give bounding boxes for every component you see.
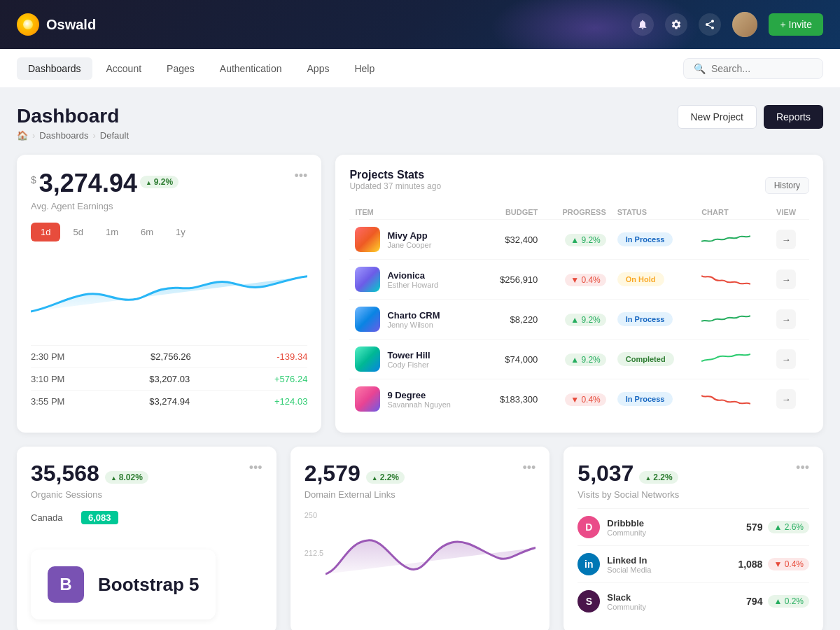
main-grid-row1: $ 3,274.94 9.2% Avg. Agent Earnings ••• … bbox=[17, 155, 823, 433]
social-info: Slack Community bbox=[607, 592, 646, 611]
project-budget: $183,300 bbox=[482, 379, 543, 419]
view-button[interactable]: → bbox=[776, 389, 796, 409]
project-icon bbox=[355, 267, 380, 292]
social-right: 579 ▲ 2.6% bbox=[746, 521, 809, 533]
view-button[interactable]: → bbox=[776, 349, 796, 369]
logo-text: Oswald bbox=[46, 17, 96, 33]
menubar: Dashboards Account Pages Authentication … bbox=[0, 49, 840, 88]
social-icon: S bbox=[578, 590, 600, 612]
avatar[interactable] bbox=[732, 12, 757, 37]
social-list: D Dribbble Community 579 ▲ 2.6% in Linke… bbox=[578, 508, 809, 620]
social-item: S Slack Community 794 ▲ 0.2% bbox=[578, 582, 809, 620]
project-view[interactable]: → bbox=[771, 220, 809, 260]
table-row: Mivy App Jane Cooper $32,400 ▲ 9.2% In P… bbox=[349, 220, 809, 260]
organic-value: 35,568 bbox=[31, 461, 99, 486]
domain-badge: 2.2% bbox=[366, 471, 405, 484]
domain-header: 2,579 2.2% Domain External Links ••• bbox=[304, 461, 536, 500]
nav-pages[interactable]: Pages bbox=[155, 57, 206, 80]
time-3: 3:55 PM bbox=[31, 396, 64, 407]
col-item: ITEM bbox=[349, 205, 482, 220]
breadcrumb-default[interactable]: Default bbox=[100, 130, 129, 141]
period-1m[interactable]: 1m bbox=[96, 223, 128, 241]
mini-chart bbox=[701, 269, 765, 290]
social-change: ▼ 0.4% bbox=[768, 558, 809, 570]
earnings-amount: $ 3,274.94 9.2% bbox=[31, 169, 178, 198]
project-view[interactable]: → bbox=[771, 379, 809, 419]
time-2: 3:10 PM bbox=[31, 374, 64, 384]
period-6m[interactable]: 6m bbox=[131, 223, 163, 241]
social-right: 794 ▲ 0.2% bbox=[746, 595, 809, 608]
social-right: 1,088 ▼ 0.4% bbox=[738, 558, 809, 570]
view-button[interactable]: → bbox=[776, 270, 796, 289]
settings-icon[interactable] bbox=[665, 13, 687, 36]
share-icon[interactable] bbox=[699, 13, 721, 36]
nav-dashboards[interactable]: Dashboards bbox=[17, 57, 92, 80]
domain-value-area: 2,579 2.2% Domain External Links bbox=[304, 461, 405, 500]
chart-mid-label: 212.5 bbox=[304, 549, 324, 557]
search-input[interactable] bbox=[711, 63, 809, 74]
earnings-card: $ 3,274.94 9.2% Avg. Agent Earnings ••• … bbox=[17, 155, 321, 433]
nav-help[interactable]: Help bbox=[343, 57, 386, 80]
invite-button[interactable]: + Invite bbox=[769, 13, 823, 36]
social-count: 1,088 bbox=[738, 559, 762, 570]
search-area: 🔍 bbox=[683, 58, 823, 79]
time-entry-1: 2:30 PM $2,756.26 -139.34 bbox=[31, 345, 307, 368]
project-status: On Hold bbox=[612, 260, 696, 300]
page-title-area: Dashboard 🏠 › Dashboards › Default bbox=[17, 105, 129, 141]
project-icon bbox=[355, 386, 380, 412]
nav-apps[interactable]: Apps bbox=[296, 57, 341, 80]
status-badge: Completed bbox=[617, 352, 674, 366]
item-cell: Charto CRM Jenny Wilson bbox=[355, 307, 477, 332]
project-name: Mivy App bbox=[387, 230, 431, 241]
domain-up-icon bbox=[372, 472, 378, 482]
col-progress: PROGRESS bbox=[543, 205, 611, 220]
social-name: Slack bbox=[607, 592, 646, 603]
period-1d[interactable]: 1d bbox=[31, 223, 60, 241]
project-person: Savannah Nguyen bbox=[387, 400, 451, 409]
table-row: Tower Hill Cody Fisher $74,000 ▲ 9.2% Co… bbox=[349, 340, 809, 379]
col-chart: CHART bbox=[696, 205, 771, 220]
col-status: STATUS bbox=[612, 205, 696, 220]
notifications-icon[interactable] bbox=[631, 13, 654, 36]
nav-authentication[interactable]: Authentication bbox=[209, 57, 293, 80]
social-value-area: 5,037 2.2% Visits by Social Networks bbox=[578, 461, 679, 500]
period-1y[interactable]: 1y bbox=[166, 223, 195, 241]
project-progress: ▼ 0.4% bbox=[543, 379, 611, 419]
new-project-button[interactable]: New Project bbox=[678, 105, 757, 129]
amount-1: $2,756.26 bbox=[150, 351, 191, 362]
period-5d[interactable]: 5d bbox=[63, 223, 92, 241]
social-label: Visits by Social Networks bbox=[578, 489, 679, 500]
change-1: -139.34 bbox=[276, 351, 307, 362]
project-name: Tower Hill bbox=[387, 350, 430, 360]
nav-account[interactable]: Account bbox=[95, 57, 153, 80]
project-view[interactable]: → bbox=[771, 340, 809, 379]
social-amount-row: 5,037 2.2% bbox=[578, 461, 679, 486]
history-button[interactable]: History bbox=[765, 177, 809, 194]
view-button[interactable]: → bbox=[776, 309, 796, 329]
more-options-icon[interactable]: ••• bbox=[294, 169, 307, 183]
domain-value: 2,579 bbox=[304, 461, 360, 486]
social-more-icon[interactable]: ••• bbox=[796, 461, 809, 475]
amount-2: $3,207.03 bbox=[149, 374, 190, 384]
project-info: 9 Degree Savannah Nguyen bbox=[387, 390, 451, 409]
project-view[interactable]: → bbox=[771, 300, 809, 340]
earnings-value: 3,274.94 bbox=[39, 169, 137, 198]
view-button[interactable]: → bbox=[776, 230, 796, 249]
dollar-sign: $ bbox=[31, 174, 36, 186]
reports-button[interactable]: Reports bbox=[764, 105, 823, 129]
project-view[interactable]: → bbox=[771, 260, 809, 300]
project-chart bbox=[696, 379, 771, 419]
project-person: Jenny Wilson bbox=[387, 321, 440, 329]
breadcrumb-dashboards[interactable]: Dashboards bbox=[39, 130, 88, 141]
header-buttons: New Project Reports bbox=[678, 105, 824, 129]
domain-more-icon[interactable]: ••• bbox=[522, 461, 536, 475]
project-chart bbox=[696, 220, 771, 260]
organic-more-icon[interactable]: ••• bbox=[249, 461, 262, 475]
social-left: S Slack Community bbox=[578, 590, 646, 612]
project-info: Mivy App Jane Cooper bbox=[387, 230, 431, 249]
search-icon: 🔍 bbox=[694, 63, 706, 74]
domain-links-card: 2,579 2.2% Domain External Links ••• 250… bbox=[290, 447, 550, 630]
progress-badge: ▼ 0.4% bbox=[565, 393, 606, 406]
project-progress: ▼ 0.4% bbox=[543, 260, 611, 300]
social-icon: D bbox=[578, 516, 600, 538]
